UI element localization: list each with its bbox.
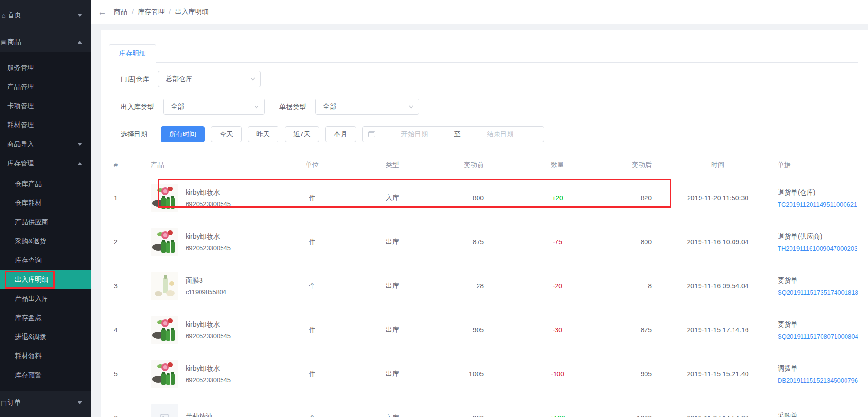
unit-value: 件: [287, 352, 337, 396]
date-to-label: 至: [452, 130, 463, 139]
sidebar-item-warehouse-consumables[interactable]: 仓库耗材: [0, 194, 91, 213]
unit-value: 件: [287, 176, 337, 220]
io-type-select-value: 全部: [171, 102, 184, 111]
date-button-this-month[interactable]: 本月: [325, 126, 356, 142]
breadcrumb-inventory[interactable]: 库存管理: [138, 8, 165, 16]
before-value: 875: [447, 220, 490, 264]
breadcrumb-separator: /: [169, 8, 171, 16]
home-icon: ⌂: [0, 12, 7, 19]
sidebar-item-stock-warning[interactable]: 库存预警: [0, 366, 91, 385]
sidebar-item-inventory-mgmt[interactable]: 库存管理: [0, 154, 91, 173]
sidebar-item-card-mgmt[interactable]: 卡项管理: [0, 97, 91, 116]
time-value: 2019-11-15 15:21:40: [658, 352, 778, 396]
date-quick-buttons: 所有时间 今天 昨天 近7天 本月 开始日期 至 结束日期: [161, 126, 544, 142]
before-value: 800: [447, 176, 490, 220]
after-value: 1000: [624, 396, 658, 417]
chevron-down-icon: [409, 105, 413, 109]
date-button-last7days[interactable]: 近7天: [285, 126, 319, 142]
tabs-bar: 库存明细: [109, 44, 858, 63]
unit-value: 个: [287, 396, 337, 417]
chevron-up-icon: [78, 162, 82, 165]
table-header-row: # 产品 单位 类型 变动前 数量 变动后 时间 单据: [106, 154, 868, 176]
unit-value: 件: [287, 308, 337, 352]
product-image: [151, 184, 178, 212]
type-value: 出库: [337, 220, 447, 264]
doc-type-label: 要货单: [778, 320, 868, 329]
orders-icon: ▤: [0, 399, 7, 406]
date-button-all-time[interactable]: 所有时间: [161, 126, 205, 142]
date-range-input[interactable]: 开始日期 至 结束日期: [362, 126, 544, 142]
sidebar-item-consumable-requisition[interactable]: 耗材领料: [0, 347, 91, 366]
sidebar-item-product-suppliers[interactable]: 产品供应商: [0, 213, 91, 232]
sidebar-item-product-mgmt[interactable]: 产品管理: [0, 77, 91, 97]
doc-number-link[interactable]: SQ201911151708071000804: [778, 333, 868, 340]
row-index: 2: [106, 220, 144, 264]
after-value: 800: [624, 220, 658, 264]
stock-detail-table: # 产品 单位 类型 变动前 数量 变动后 时间 单据 1 kir: [106, 154, 868, 417]
unit-value: 个: [287, 264, 337, 308]
sidebar-item-goods[interactable]: ▣ 商品: [0, 33, 91, 52]
product-name: kirby卸妆水: [186, 364, 231, 373]
product-code: 6920523300545: [186, 332, 231, 340]
qty-value: -30: [490, 308, 624, 352]
store-select[interactable]: 总部仓库: [158, 71, 261, 87]
doc-number-link[interactable]: TH201911161009047000203: [778, 245, 868, 252]
calendar-icon: [368, 131, 375, 137]
date-button-yesterday[interactable]: 昨天: [248, 126, 278, 142]
back-arrow-icon[interactable]: ←: [98, 8, 107, 17]
breadcrumb-goods[interactable]: 商品: [114, 8, 127, 16]
store-filter-label: 门店|仓库: [121, 75, 149, 84]
time-value: 2019-11-16 09:54:04: [658, 264, 778, 308]
sidebar-item-stock-in-out-detail[interactable]: 出入库明细: [0, 270, 91, 289]
table-row: 2 kirby卸妆水6920523300545 件 出库 875 -75 800…: [106, 220, 868, 264]
qty-value: -75: [490, 220, 624, 264]
before-value: 905: [447, 308, 490, 352]
doc-number-link[interactable]: TC201911201149511000621: [778, 201, 868, 208]
sidebar-item-label: 商品: [8, 38, 21, 46]
col-header-after: 变动后: [624, 154, 658, 176]
date-button-today[interactable]: 今天: [211, 126, 242, 142]
sidebar-item-label: 首页: [8, 11, 21, 20]
sidebar-item-stock-query[interactable]: 库存查询: [0, 251, 91, 270]
sidebar-item-purchase-returns[interactable]: 采购&退货: [0, 232, 91, 251]
doc-type-filter-label: 单据类型: [279, 103, 306, 111]
doc-number-link[interactable]: SQ201911151735174001818: [778, 289, 868, 296]
sidebar-item-home[interactable]: ⌂ 首页: [0, 6, 91, 25]
breadcrumb-separator: /: [132, 8, 134, 16]
table-row: 4 kirby卸妆水6920523300545 件 出库 905 -30 875…: [106, 308, 868, 352]
table-row: 6 茉莉精油 个 入库 900 +100 1000 2019-11-07 14:…: [106, 396, 868, 417]
doc-number-link[interactable]: DB201911151521345000796: [778, 377, 868, 384]
col-header-product: 产品: [144, 154, 287, 176]
sidebar-item-consumable-mgmt[interactable]: 耗材管理: [0, 116, 91, 135]
tab-stock-detail[interactable]: 库存明细: [109, 44, 156, 63]
doc-type-label: 采购单: [778, 412, 868, 417]
sidebar-item-label: 订单: [8, 398, 21, 407]
product-name: kirby卸妆水: [186, 320, 231, 329]
type-value: 入库: [337, 176, 447, 220]
chevron-down-icon: [78, 14, 82, 17]
doc-type-label: 退货单(仓库): [778, 188, 868, 197]
date-filter-label: 选择日期: [121, 130, 147, 139]
io-type-select[interactable]: 全部: [163, 99, 265, 115]
sidebar-item-orders[interactable]: ▤ 订单: [0, 393, 91, 412]
product-code: 6920523300545: [186, 376, 231, 384]
sidebar-item-product-in-out[interactable]: 产品出入库: [0, 289, 91, 308]
qty-value: -20: [490, 264, 624, 308]
table-row: 3 面膜3c11909855804 个 出库 28 -20 8 2019-11-…: [106, 264, 868, 308]
product-name: kirby卸妆水: [186, 232, 231, 241]
col-header-type: 类型: [337, 154, 447, 176]
chevron-down-icon: [78, 401, 82, 404]
time-value: 2019-11-16 10:09:04: [658, 220, 778, 264]
sidebar-item-transfer[interactable]: 进退&调拨: [0, 328, 91, 347]
doc-type-select[interactable]: 全部: [315, 99, 419, 115]
col-header-doc: 单据: [778, 154, 868, 176]
type-value: 入库: [337, 396, 447, 417]
sidebar-item-stock-count[interactable]: 库存盘点: [0, 308, 91, 328]
table-row: 5 kirby卸妆水6920523300545 件 出库 1005 -100 9…: [106, 352, 868, 396]
sidebar-item-warehouse-products[interactable]: 仓库产品: [0, 175, 91, 194]
product-name: 茉莉精油: [186, 412, 212, 417]
type-value: 出库: [337, 264, 447, 308]
sidebar-item-goods-import[interactable]: 商品导入: [0, 135, 91, 154]
type-value: 出库: [337, 352, 447, 396]
sidebar-item-service-mgmt[interactable]: 服务管理: [0, 58, 91, 77]
